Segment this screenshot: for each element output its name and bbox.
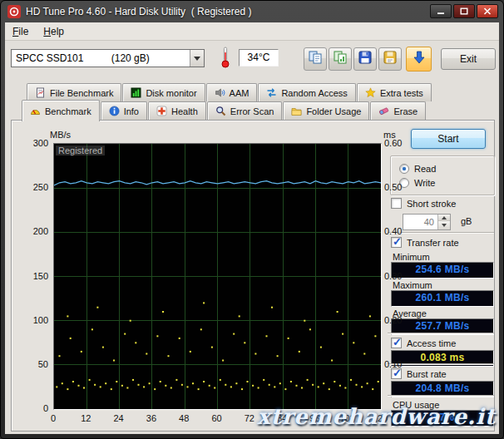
save-text-button[interactable]	[378, 47, 402, 71]
copy-pages-icon	[308, 50, 323, 68]
axis-tick-label: 250	[12, 182, 48, 192]
tab-label: Folder Usage	[306, 106, 361, 116]
separator	[388, 333, 494, 334]
separator	[388, 232, 494, 234]
transfer-rate-label: Transfer rate	[407, 238, 459, 248]
transfer-rate-checkbox[interactable]: Transfer rate	[391, 237, 459, 248]
axis-tick-label: 0.30	[384, 271, 402, 281]
read-radio-label: Read	[414, 164, 436, 174]
axis-tick-label: 0.20	[384, 315, 402, 325]
temperature-display: 34°C	[239, 49, 279, 67]
separator	[388, 363, 494, 365]
access-time-checkbox[interactable]: Access time	[391, 338, 456, 348]
floppy-disk-icon	[358, 50, 373, 68]
checkbox-box	[391, 368, 402, 379]
tab-label: Benchmark	[45, 106, 91, 116]
save-image-button[interactable]	[353, 47, 377, 71]
minimum-label: Minimum	[393, 252, 430, 262]
tab-health[interactable]: Health	[148, 101, 206, 120]
copy-image-button[interactable]	[304, 47, 327, 71]
spinner-value: 40	[403, 215, 437, 229]
maximum-value: 260.1 MB/s	[391, 290, 494, 307]
axis-tick-label: 100	[12, 315, 48, 325]
burst-rate-checkbox[interactable]: Burst rate	[391, 368, 447, 379]
aam-icon	[215, 87, 225, 98]
checkbox-box	[391, 237, 402, 248]
spinner-up-button[interactable]	[438, 215, 450, 221]
update-button[interactable]	[406, 47, 432, 72]
file-benchmark-icon	[35, 87, 46, 98]
random-access-icon	[266, 87, 277, 98]
minimum-value: 254.6 MB/s	[391, 262, 494, 279]
tab-row-upper: File BenchmarkDisk monitorAAMRandom Acce…	[27, 83, 432, 101]
tab-label: Info	[124, 106, 139, 116]
site-watermark: xtremehardware.it	[257, 404, 496, 429]
close-button[interactable]	[477, 4, 498, 18]
menu-bar: FileHelp	[5, 22, 499, 41]
radio-dot	[399, 164, 409, 174]
folder-usage-icon	[291, 106, 302, 116]
axis-tick-label: 12	[71, 413, 101, 423]
axis-tick-label: 0.10	[384, 359, 402, 369]
tab-folder-usage[interactable]: Folder Usage	[283, 101, 369, 120]
axis-tick-label: 200	[12, 226, 48, 236]
axis-tick-label: 0	[38, 413, 68, 423]
tab-file-benchmark[interactable]: File Benchmark	[27, 83, 121, 101]
tab-label: Random Access	[281, 88, 347, 98]
copy-text-button[interactable]	[329, 47, 352, 71]
tab-label: Extra tests	[380, 88, 423, 98]
chevron-down-icon[interactable]	[190, 50, 204, 67]
separator	[388, 395, 494, 397]
spinner-down-button[interactable]	[438, 221, 450, 229]
drive-select[interactable]: SPCC SSD101 (120 gB)	[11, 49, 205, 67]
axis-tick-label: 24	[104, 413, 134, 423]
extra-tests-icon	[365, 87, 376, 98]
tab-benchmark[interactable]: Benchmark	[22, 100, 100, 121]
read-radio[interactable]: Read	[399, 161, 494, 175]
info-icon	[109, 106, 120, 116]
axis-tick-label: 150	[12, 271, 48, 281]
health-icon	[156, 106, 167, 116]
minimize-button[interactable]	[430, 4, 452, 18]
maximize-button[interactable]	[453, 4, 475, 18]
exit-button[interactable]: Exit	[441, 48, 496, 70]
tab-label: AAM	[230, 88, 250, 98]
axis-tick-label: 36	[136, 413, 166, 423]
tab-aam[interactable]: AAM	[206, 83, 258, 101]
menu-help[interactable]: Help	[36, 23, 72, 40]
axis-tick-label: 50	[12, 359, 48, 369]
short-stroke-checkbox[interactable]: Short stroke	[391, 198, 456, 209]
tab-extra-tests[interactable]: Extra tests	[357, 83, 432, 101]
registered-watermark: Registered	[56, 146, 105, 155]
tab-erase[interactable]: Erase	[370, 101, 426, 120]
titlebar[interactable]: HD Tune Pro 4.60 - Hard Disk Utility ( R…	[1, 1, 503, 22]
write-radio[interactable]: Write	[399, 175, 494, 190]
write-radio-label: Write	[414, 178, 435, 188]
short-stroke-unit-label: gB	[461, 216, 472, 226]
axis-tick-label: 0	[12, 403, 48, 413]
down-arrow-icon	[412, 50, 427, 68]
drive-select-value: SPCC SSD101 (120 gB)	[12, 50, 190, 67]
tab-disk-monitor[interactable]: Disk monitor	[122, 83, 205, 101]
axis-tick-label: 48	[169, 413, 199, 423]
tab-info[interactable]: Info	[101, 101, 147, 120]
start-button[interactable]: Start	[411, 129, 486, 149]
y-left-unit-label: MB/s	[50, 130, 71, 140]
axis-tick-label: 0.60	[384, 138, 402, 148]
tab-label: Error Scan	[230, 106, 274, 116]
tab-random-access[interactable]: Random Access	[258, 83, 355, 101]
benchmark-chart: Registered	[53, 143, 382, 410]
short-stroke-label: Short stroke	[407, 199, 456, 209]
short-stroke-spinner[interactable]: 40	[403, 214, 451, 230]
menu-file[interactable]: File	[5, 23, 36, 40]
window-title: HD Tune Pro 4.60 - Hard Disk Utility ( R…	[26, 6, 251, 17]
client-area: FileHelp SPCC SSD101 (120 gB) 34°C Exit …	[5, 22, 499, 434]
disk-monitor-icon	[131, 87, 141, 98]
tab-error-scan[interactable]: Error Scan	[207, 101, 283, 120]
tab-label: File Benchmark	[50, 88, 113, 98]
tab-label: Erase	[393, 106, 418, 116]
error-scan-icon	[215, 106, 226, 116]
floppy-disk-yellow-icon	[383, 50, 398, 68]
burst-rate-label: Burst rate	[407, 369, 447, 379]
thermometer-icon	[220, 47, 230, 69]
